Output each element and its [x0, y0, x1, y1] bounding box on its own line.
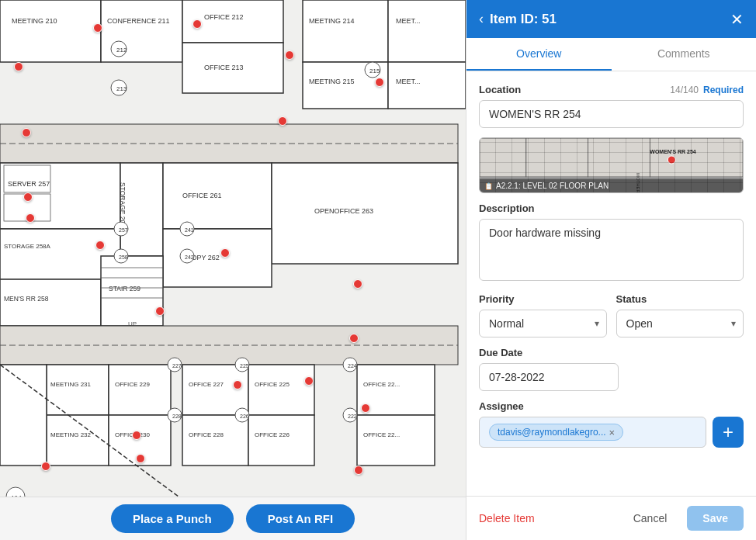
panel-header: ‹ Item ID: 51 ✕: [466, 0, 756, 38]
priority-status-row: Priority Normal High Low Critical ▾ Stat…: [479, 293, 744, 338]
tab-overview[interactable]: Overview: [466, 38, 612, 71]
assignee-label: Assignee: [479, 400, 524, 412]
assignee-chip-text: tdavis@raymondlakegro...: [498, 427, 606, 438]
place-punch-button[interactable]: Place a Punch: [111, 504, 234, 533]
svg-text:OFFICE  212: OFFICE 212: [204, 13, 244, 21]
punch-dot[interactable]: [285, 50, 294, 60]
punch-dot[interactable]: [304, 376, 314, 386]
svg-text:MEETING 232: MEETING 232: [50, 431, 92, 438]
svg-text:STORAGE 201: STORAGE 201: [119, 182, 127, 227]
svg-rect-64: [0, 365, 47, 466]
panel-header-left: ‹ Item ID: 51: [479, 11, 557, 27]
svg-rect-21: [120, 163, 163, 256]
svg-rect-44: [47, 365, 109, 415]
svg-rect-58: [182, 415, 248, 466]
svg-text:222: 222: [348, 414, 357, 419]
back-button[interactable]: ‹: [479, 11, 484, 27]
location-header-row: Location 14/140 Required: [479, 84, 744, 95]
svg-text:258: 258: [119, 254, 128, 260]
svg-text:OFFICE  225: OFFICE 225: [255, 381, 290, 388]
svg-text:MEETING  210: MEETING 210: [12, 17, 57, 25]
description-textarea[interactable]: Door hardware missing: [479, 219, 744, 281]
status-select-wrap: Open Closed In Progress Draft ▾: [616, 310, 744, 338]
svg-text:WOMEN'S RR  254: WOMEN'S RR 254: [650, 149, 695, 154]
due-date-header: Due Date: [479, 347, 744, 358]
post-rfi-button[interactable]: Post An RFI: [246, 504, 355, 533]
svg-text:226: 226: [240, 414, 249, 419]
punch-dot[interactable]: [375, 78, 384, 87]
svg-text:CONFERENCE  211: CONFERENCE 211: [107, 17, 170, 25]
svg-text:212: 212: [116, 47, 127, 54]
svg-text:241: 241: [185, 227, 194, 233]
assignee-chip: tdavis@raymondlakegro... ×: [489, 424, 623, 441]
add-assignee-button[interactable]: +: [713, 417, 744, 448]
svg-rect-96: [526, 138, 588, 177]
location-label: Location: [479, 84, 521, 95]
svg-rect-48: [182, 365, 248, 415]
priority-select-wrap: Normal High Low Critical ▾: [479, 310, 607, 338]
location-count: 14/140: [670, 85, 699, 95]
panel-title: Item ID: 51: [490, 12, 557, 27]
svg-text:228: 228: [172, 414, 182, 419]
svg-rect-98: [650, 138, 743, 177]
cancel-button[interactable]: Cancel: [621, 506, 680, 531]
priority-select[interactable]: Normal High Low Critical: [479, 310, 607, 338]
punch-dot[interactable]: [136, 454, 145, 463]
punch-dot[interactable]: [14, 62, 23, 71]
punch-dot[interactable]: [361, 403, 370, 413]
svg-point-102: [668, 156, 675, 164]
assignee-box: tdavis@raymondlakegro... ×: [479, 417, 706, 448]
punch-dot[interactable]: [233, 380, 242, 389]
svg-text:OPENOFFICE  263: OPENOFFICE 263: [314, 207, 373, 215]
svg-text:OFFICE  228: OFFICE 228: [189, 431, 224, 438]
svg-text:STAIR  259: STAIR 259: [109, 285, 140, 292]
svg-text:OFFICE  213: OFFICE 213: [204, 64, 244, 71]
svg-rect-46: [109, 365, 171, 415]
panel-body: Location 14/140 Required W: [466, 71, 756, 496]
due-date-input[interactable]: [479, 363, 619, 391]
svg-text:OFFICE 229: OFFICE 229: [115, 381, 150, 388]
svg-rect-15: [388, 62, 466, 109]
punch-dot[interactable]: [22, 128, 31, 137]
punch-dot[interactable]: [155, 306, 165, 316]
description-header-row: Description: [479, 202, 744, 214]
punch-dot[interactable]: [26, 213, 35, 223]
bottom-bar: Place a Punch Post An RFI: [0, 497, 466, 540]
assignee-row: tdavis@raymondlakegro... × +: [479, 417, 744, 457]
location-input[interactable]: [479, 100, 744, 128]
status-select[interactable]: Open Closed In Progress Draft: [616, 310, 744, 338]
status-col: Status Open Closed In Progress Draft ▾: [616, 293, 744, 338]
assignee-chip-remove-button[interactable]: ×: [609, 428, 616, 438]
save-button[interactable]: Save: [687, 506, 744, 531]
svg-text:OFFICE  22...: OFFICE 22...: [363, 431, 400, 438]
svg-rect-50: [248, 365, 314, 415]
punch-dot[interactable]: [41, 462, 50, 471]
punch-dot[interactable]: [132, 431, 141, 440]
svg-text:SERVER  257: SERVER 257: [8, 180, 50, 188]
punch-dot[interactable]: [354, 466, 363, 475]
svg-text:MEETING  214: MEETING 214: [309, 17, 355, 25]
delete-button[interactable]: Delete Item: [479, 512, 535, 524]
punch-dot[interactable]: [93, 23, 102, 33]
svg-text:213: 213: [116, 85, 127, 92]
punch-dot[interactable]: [95, 241, 105, 250]
tab-comments[interactable]: Comments: [612, 38, 757, 71]
svg-rect-19: [0, 163, 120, 229]
svg-rect-33: [0, 279, 101, 326]
svg-text:224: 224: [348, 363, 357, 369]
punch-dot[interactable]: [23, 192, 33, 202]
priority-label: Priority: [479, 293, 515, 305]
svg-text:227: 227: [172, 363, 182, 369]
punch-dot[interactable]: [192, 19, 202, 29]
punch-dot[interactable]: [349, 334, 359, 343]
punch-dot[interactable]: [220, 248, 230, 258]
tabs: Overview Comments: [466, 38, 756, 71]
svg-text:215: 215: [369, 68, 380, 74]
close-button[interactable]: ✕: [730, 12, 744, 27]
punch-dot[interactable]: [278, 116, 287, 126]
map-thumb-label: 📋 A2.2.1: LEVEL 02 FLOOR PLAN: [480, 179, 743, 192]
svg-text:MEET...: MEET...: [396, 17, 421, 25]
punch-dot[interactable]: [353, 279, 362, 289]
svg-rect-62: [357, 415, 435, 466]
panel-footer: Delete Item Cancel Save: [466, 496, 756, 540]
